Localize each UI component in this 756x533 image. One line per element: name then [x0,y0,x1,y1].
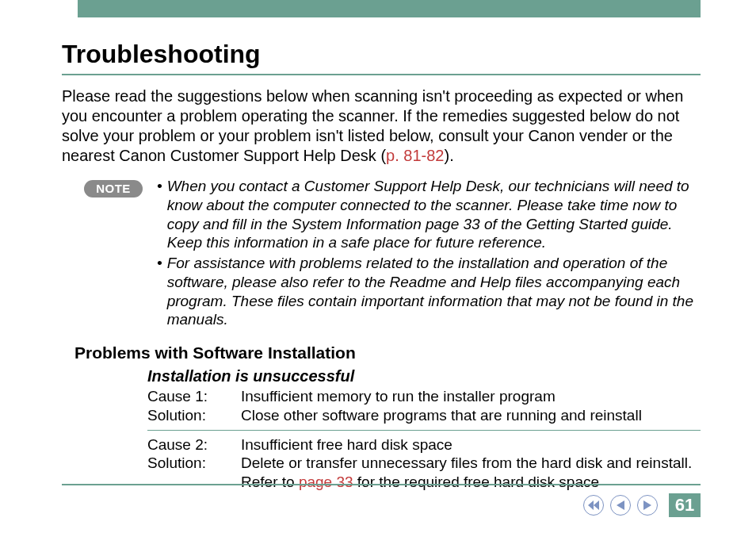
solution-label: Solution: [147,406,241,425]
intro-text-after: ). [444,147,453,164]
solution-label: Solution: [147,454,241,492]
page-content: Troubleshooting Please read the suggesti… [62,40,701,492]
page-title: Troubleshooting [62,40,701,74]
bullet-icon: • [157,254,162,329]
first-page-button[interactable] [583,495,604,516]
page-ref-link[interactable]: page 33 [299,474,353,490]
cause-text: Insufficient free hard disk space [241,435,701,454]
cause-label: Cause 1: [147,387,241,406]
note-text: For assistance with problems related to … [167,254,701,329]
intro-text-before: Please read the suggestions below when s… [62,87,683,164]
note-list: • When you contact a Customer Support He… [157,177,701,331]
problem-title: Installation is unsuccessful [147,367,701,385]
note-badge: NOTE [84,180,143,197]
cause-row: Cause 1: Insufficient memory to run the … [147,387,701,406]
bullet-icon: • [157,177,162,252]
page-number-badge: 61 [669,493,701,517]
prev-page-button[interactable] [610,495,631,516]
solution-text-after: for the required free hard disk space [353,474,600,490]
cause-row: Cause 2: Insufficient free hard disk spa… [147,435,701,454]
note-block: NOTE • When you contact a Customer Suppo… [62,177,701,331]
item-divider [147,430,701,431]
cause-label: Cause 2: [147,435,241,454]
solution-text: Close other software programs that are r… [241,406,701,425]
solution-row: Solution: Close other software programs … [147,406,701,425]
subsection-title: Problems with Software Installation [62,343,701,362]
solution-text: Delete or transfer unnecessary files fro… [241,454,701,492]
cause-text: Insufficient memory to run the installer… [241,387,701,406]
intro-paragraph: Please read the suggestions below when s… [62,86,701,166]
note-item: • When you contact a Customer Support He… [157,177,701,252]
note-text: When you contact a Customer Support Help… [167,177,701,252]
problem-block: Installation is unsuccessful Cause 1: In… [62,367,701,492]
footer-nav: 61 [0,493,701,517]
footer-divider [62,484,701,485]
solution-row: Solution: Delete or transfer unnecessary… [147,454,701,492]
title-divider [62,74,701,75]
note-item: • For assistance with problems related t… [157,254,701,329]
next-page-button[interactable] [637,495,658,516]
header-color-bar [78,0,701,17]
page-ref-link[interactable]: p. 81-82 [386,147,444,164]
